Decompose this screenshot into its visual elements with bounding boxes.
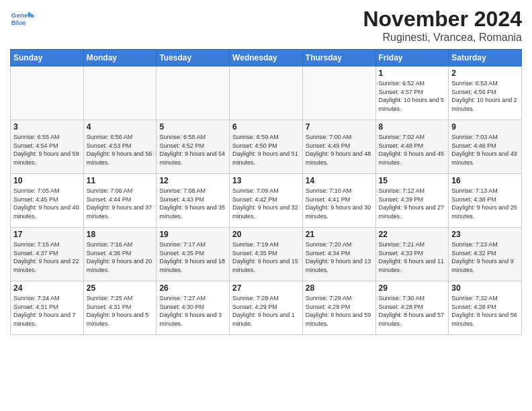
week-row-1: 3Sunrise: 6:55 AM Sunset: 4:54 PM Daylig…: [11, 120, 522, 174]
day-number: 28: [306, 283, 373, 293]
location-title: Ruginesti, Vrancea, Romania: [363, 32, 522, 44]
day-info: Sunrise: 7:03 AM Sunset: 4:46 PM Dayligh…: [451, 133, 519, 167]
calendar-cell: 12Sunrise: 7:08 AM Sunset: 4:43 PM Dayli…: [157, 174, 230, 228]
calendar-cell: 9Sunrise: 7:03 AM Sunset: 4:46 PM Daylig…: [449, 120, 522, 174]
day-info: Sunrise: 7:20 AM Sunset: 4:34 PM Dayligh…: [306, 240, 373, 274]
day-info: Sunrise: 6:58 AM Sunset: 4:52 PM Dayligh…: [159, 133, 226, 167]
day-info: Sunrise: 7:05 AM Sunset: 4:45 PM Dayligh…: [13, 187, 81, 220]
day-info: Sunrise: 7:19 AM Sunset: 4:35 PM Dayligh…: [232, 240, 300, 274]
day-info: Sunrise: 7:23 AM Sunset: 4:32 PM Dayligh…: [451, 240, 519, 274]
day-number: 15: [379, 176, 446, 185]
day-number: 9: [451, 122, 519, 132]
col-saturday: Saturday: [449, 50, 522, 66]
calendar-cell: 25Sunrise: 7:25 AM Sunset: 4:31 PM Dayli…: [83, 281, 157, 335]
day-info: Sunrise: 7:12 AM Sunset: 4:39 PM Dayligh…: [379, 187, 446, 220]
day-info: Sunrise: 6:55 AM Sunset: 4:54 PM Dayligh…: [13, 133, 81, 167]
day-number: 7: [306, 122, 373, 132]
day-number: 17: [13, 230, 81, 239]
day-info: Sunrise: 7:28 AM Sunset: 4:29 PM Dayligh…: [232, 294, 300, 328]
calendar-cell: 17Sunrise: 7:15 AM Sunset: 4:37 PM Dayli…: [11, 228, 84, 281]
calendar-cell: 23Sunrise: 7:23 AM Sunset: 4:32 PM Dayli…: [449, 228, 522, 281]
month-title: November 2024: [363, 7, 522, 32]
calendar-cell: 22Sunrise: 7:21 AM Sunset: 4:33 PM Dayli…: [375, 228, 449, 281]
col-thursday: Thursday: [302, 50, 375, 66]
day-info: Sunrise: 6:59 AM Sunset: 4:50 PM Dayligh…: [232, 133, 300, 167]
calendar-cell: 29Sunrise: 7:30 AM Sunset: 4:28 PM Dayli…: [375, 281, 449, 335]
calendar-cell: 1Sunrise: 6:52 AM Sunset: 4:57 PM Daylig…: [375, 66, 449, 120]
day-number: 10: [13, 176, 81, 185]
day-info: Sunrise: 6:52 AM Sunset: 4:57 PM Dayligh…: [379, 79, 446, 113]
calendar-cell: 6Sunrise: 6:59 AM Sunset: 4:50 PM Daylig…: [230, 120, 303, 174]
day-number: 26: [159, 283, 226, 293]
day-info: Sunrise: 7:02 AM Sunset: 4:48 PM Dayligh…: [379, 133, 446, 167]
day-number: 4: [87, 122, 154, 132]
day-info: Sunrise: 7:25 AM Sunset: 4:31 PM Dayligh…: [87, 294, 154, 328]
calendar-cell: 26Sunrise: 7:27 AM Sunset: 4:30 PM Dayli…: [157, 281, 230, 335]
title-block: November 2024 Ruginesti, Vrancea, Romani…: [363, 7, 522, 44]
col-monday: Monday: [83, 50, 157, 66]
calendar-cell: 7Sunrise: 7:00 AM Sunset: 4:49 PM Daylig…: [302, 120, 375, 174]
calendar-cell: 20Sunrise: 7:19 AM Sunset: 4:35 PM Dayli…: [230, 228, 303, 281]
day-number: 24: [13, 283, 81, 293]
day-number: 13: [232, 176, 300, 185]
calendar-cell: 8Sunrise: 7:02 AM Sunset: 4:48 PM Daylig…: [375, 120, 449, 174]
day-info: Sunrise: 7:24 AM Sunset: 4:31 PM Dayligh…: [13, 294, 81, 328]
calendar-cell: 21Sunrise: 7:20 AM Sunset: 4:34 PM Dayli…: [302, 228, 375, 281]
week-row-0: 1Sunrise: 6:52 AM Sunset: 4:57 PM Daylig…: [11, 66, 522, 120]
day-number: 1: [379, 68, 446, 78]
day-info: Sunrise: 7:30 AM Sunset: 4:28 PM Dayligh…: [379, 294, 446, 328]
day-info: Sunrise: 7:32 AM Sunset: 4:28 PM Dayligh…: [451, 294, 519, 328]
day-info: Sunrise: 7:21 AM Sunset: 4:33 PM Dayligh…: [379, 240, 446, 274]
day-number: 21: [306, 230, 373, 239]
day-number: 20: [232, 230, 300, 239]
logo: General Blue: [10, 7, 34, 31]
header: General Blue November 2024 Ruginesti, Vr…: [10, 7, 522, 44]
day-number: 25: [87, 283, 154, 293]
calendar-cell: 4Sunrise: 6:56 AM Sunset: 4:53 PM Daylig…: [83, 120, 157, 174]
col-sunday: Sunday: [11, 50, 84, 66]
calendar-cell: [230, 66, 303, 120]
calendar-cell: 30Sunrise: 7:32 AM Sunset: 4:28 PM Dayli…: [449, 281, 522, 335]
calendar-cell: 10Sunrise: 7:05 AM Sunset: 4:45 PM Dayli…: [11, 174, 84, 228]
calendar-table: Sunday Monday Tuesday Wednesday Thursday…: [10, 49, 522, 335]
day-info: Sunrise: 7:06 AM Sunset: 4:44 PM Dayligh…: [87, 187, 154, 220]
day-info: Sunrise: 7:10 AM Sunset: 4:41 PM Dayligh…: [306, 187, 373, 220]
header-row: Sunday Monday Tuesday Wednesday Thursday…: [11, 50, 522, 66]
col-friday: Friday: [375, 50, 449, 66]
day-info: Sunrise: 7:29 AM Sunset: 4:29 PM Dayligh…: [306, 294, 373, 328]
day-info: Sunrise: 6:56 AM Sunset: 4:53 PM Dayligh…: [87, 133, 154, 167]
day-number: 12: [159, 176, 226, 185]
day-number: 8: [379, 122, 446, 132]
day-number: 29: [379, 283, 446, 293]
day-info: Sunrise: 7:13 AM Sunset: 4:38 PM Dayligh…: [451, 187, 519, 220]
week-row-4: 24Sunrise: 7:24 AM Sunset: 4:31 PM Dayli…: [11, 281, 522, 335]
calendar-cell: 15Sunrise: 7:12 AM Sunset: 4:39 PM Dayli…: [375, 174, 449, 228]
svg-text:Blue: Blue: [11, 19, 26, 26]
col-wednesday: Wednesday: [230, 50, 303, 66]
calendar-cell: 5Sunrise: 6:58 AM Sunset: 4:52 PM Daylig…: [157, 120, 230, 174]
day-number: 27: [232, 283, 300, 293]
day-number: 5: [159, 122, 226, 132]
day-info: Sunrise: 7:15 AM Sunset: 4:37 PM Dayligh…: [13, 240, 81, 274]
calendar-cell: [157, 66, 230, 120]
calendar-cell: [302, 66, 375, 120]
calendar-cell: 28Sunrise: 7:29 AM Sunset: 4:29 PM Dayli…: [302, 281, 375, 335]
calendar-cell: [11, 66, 84, 120]
day-info: Sunrise: 7:00 AM Sunset: 4:49 PM Dayligh…: [306, 133, 373, 167]
calendar-cell: 2Sunrise: 6:53 AM Sunset: 4:56 PM Daylig…: [449, 66, 522, 120]
day-info: Sunrise: 7:08 AM Sunset: 4:43 PM Dayligh…: [159, 187, 226, 220]
calendar-cell: [83, 66, 157, 120]
day-info: Sunrise: 7:27 AM Sunset: 4:30 PM Dayligh…: [159, 294, 226, 328]
day-info: Sunrise: 7:09 AM Sunset: 4:42 PM Dayligh…: [232, 187, 300, 220]
day-number: 2: [451, 68, 519, 78]
logo-icon: General Blue: [10, 7, 34, 31]
day-info: Sunrise: 7:17 AM Sunset: 4:35 PM Dayligh…: [159, 240, 226, 274]
calendar-cell: 16Sunrise: 7:13 AM Sunset: 4:38 PM Dayli…: [449, 174, 522, 228]
day-number: 11: [87, 176, 154, 185]
day-number: 16: [451, 176, 519, 185]
day-number: 18: [87, 230, 154, 239]
col-tuesday: Tuesday: [157, 50, 230, 66]
calendar-cell: 18Sunrise: 7:16 AM Sunset: 4:36 PM Dayli…: [83, 228, 157, 281]
calendar-cell: 13Sunrise: 7:09 AM Sunset: 4:42 PM Dayli…: [230, 174, 303, 228]
day-number: 6: [232, 122, 300, 132]
